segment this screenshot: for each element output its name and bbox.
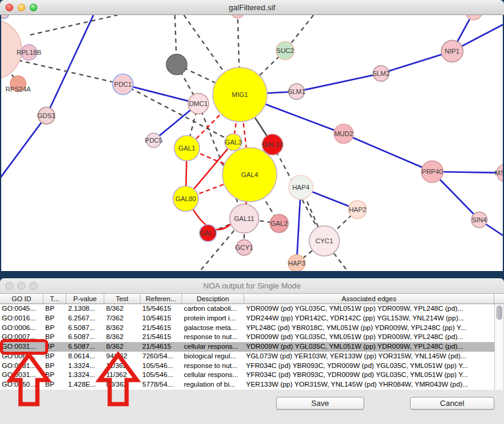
column-header-go_id[interactable]: GO ID — [0, 294, 43, 304]
network-node[interactable] — [166, 54, 187, 75]
noa-output-window: NOA output for Single Mode GO IDT...P-va… — [0, 278, 504, 424]
node-label: GAL3 — [225, 139, 242, 146]
column-header-test[interactable]: Test — [104, 294, 140, 304]
cell-test: 8/362 — [104, 304, 140, 314]
table-scrollbar[interactable] — [494, 304, 503, 390]
node-label: GAL4 — [241, 171, 258, 178]
network-node[interactable] — [465, 15, 482, 20]
table-body: GO:0045...BP2.1308...8/36215/54615carbon… — [0, 304, 494, 390]
node-label: GAL2 — [271, 220, 288, 227]
cell-description: galactose meta... — [182, 323, 244, 333]
cell-reference: 21/54615 — [140, 332, 182, 342]
node-label: MSN — [495, 169, 503, 176]
node-label: SLM2 — [373, 70, 390, 77]
node-label: CYC1 — [315, 237, 333, 245]
column-header-p_value[interactable]: P-value — [66, 294, 104, 304]
cell-p_value: 6.2567... — [66, 314, 104, 323]
cell-type: BP — [43, 304, 66, 314]
node-label: HAP2 — [349, 206, 367, 213]
cell-go_id: GO:0006... — [0, 323, 43, 333]
node-label: GDS1 — [37, 112, 55, 119]
network-edge[interactable] — [344, 134, 432, 172]
cell-go_id: GO:0007... — [0, 332, 43, 342]
cell-description: regulation of bi... — [182, 380, 244, 390]
network-node[interactable] — [1, 15, 9, 19]
table-row[interactable]: GO:0016...BP6.2567...7/36210/54615protei… — [0, 314, 494, 323]
network-canvas[interactable]: RPL18BRPS24AGDS1PDC1DMC1MIG1SUC2SLM1SLM2… — [1, 15, 503, 271]
column-header-edges[interactable]: Associated edges — [244, 294, 494, 304]
cell-description: carbon cataboli... — [182, 304, 244, 314]
cell-edges: YFR034C (pd) YBR093C, YDR009W (pd) YGL03… — [244, 361, 494, 371]
node-label: NIP1 — [445, 48, 459, 55]
node-label: GAL1 — [178, 145, 195, 152]
cell-reference: 105/546... — [140, 370, 182, 380]
table-header: GO IDT...P-valueTestReferen...Desciption… — [0, 294, 504, 304]
scrollbar-thumb[interactable] — [496, 305, 502, 320]
cell-description: protein import i... — [182, 314, 244, 323]
cell-type: BP — [43, 370, 66, 380]
network-window-titlebar[interactable]: galFiltered.sif — [0, 0, 504, 15]
network-node[interactable] — [231, 15, 244, 18]
node-label: HAP3 — [288, 260, 306, 267]
node-label: MIG1 — [232, 91, 248, 98]
node-label: PRP40 — [422, 168, 443, 175]
noa-window-title: NOA output for Single Mode — [0, 278, 504, 294]
table-row[interactable]: GO:0031...BP1.3324...11/362105/546...res… — [0, 361, 494, 371]
network-edge[interactable] — [123, 84, 198, 104]
cancel-button[interactable]: Cancel — [410, 397, 494, 410]
node-label: SUC2 — [276, 47, 294, 54]
node-label: GAL80 — [175, 195, 196, 202]
cell-test: 8/362 — [104, 332, 140, 342]
node-label: RPL18B — [17, 49, 42, 56]
cell-type: BP — [43, 342, 66, 352]
node-label: PDC5 — [145, 137, 162, 144]
node-label: GCY1 — [235, 244, 253, 251]
node-label: SLM1 — [288, 88, 306, 95]
cell-test: 80/362 — [104, 380, 140, 390]
cell-go_id: GO:0031... — [0, 361, 43, 371]
node-label: DMC1 — [189, 100, 207, 107]
table-row[interactable]: GO:0050...BP1.428E...80/3625778/54...reg… — [0, 380, 494, 390]
node-label: SIN4 — [472, 216, 487, 223]
cell-p_value: 1.3324... — [66, 361, 104, 371]
cell-type: BP — [43, 361, 66, 371]
save-button[interactable]: Save — [276, 397, 364, 410]
node-label: RPS24A — [5, 86, 31, 93]
cell-edges: YFR034C (pd) YBR093C, YDR009W (pd) YGL03… — [244, 370, 494, 380]
column-header-type[interactable]: T... — [43, 294, 66, 304]
cell-go_id: GO:0050... — [0, 380, 43, 390]
table-row[interactable]: GO:0045...BP2.1308...8/36215/54615carbon… — [0, 304, 494, 314]
table-row[interactable]: GO:0065...BP8.0614...94/3627260/54...bio… — [0, 352, 494, 361]
cell-test: 8/362 — [104, 323, 140, 333]
cell-edges: YDR009W (pd) YGL035C, YML051W (pp) YDR00… — [244, 332, 494, 342]
cell-reference: 21/54615 — [140, 323, 182, 333]
cell-type: BP — [43, 332, 66, 342]
cell-type: BP — [43, 323, 66, 333]
cell-test: 11/362 — [104, 370, 140, 380]
node-label: GAL10 — [262, 141, 283, 148]
network-edge[interactable] — [297, 73, 381, 92]
network-edge[interactable] — [30, 15, 118, 35]
cell-edges: YER133W (pp) YOR315W, YNL145W (pd) YHR08… — [244, 380, 494, 390]
table-row[interactable]: GO:0007...BP6.5087...8/36221/54615respon… — [0, 332, 494, 342]
column-header-reference[interactable]: Referen... — [140, 294, 182, 304]
cell-go_id: GO:0031... — [0, 370, 43, 380]
cell-description: response to nut... — [182, 332, 244, 342]
cell-edges: YGL073W (pd) YER103W, YER133W (pp) YOR31… — [244, 352, 494, 361]
button-bar: Save Cancel — [0, 390, 504, 424]
cell-go_id: GO:0065... — [0, 352, 43, 361]
node-label: GAL7 — [200, 229, 216, 237]
network-edge[interactable] — [1, 116, 46, 178]
table-row[interactable]: GO:0031...BP1.3324...11/362105/546...cel… — [0, 370, 494, 380]
network-window: galFiltered.sif RPL18BRPS24AGDS1PDC1DMC1… — [0, 0, 504, 271]
cell-reference: 7260/54... — [140, 352, 182, 361]
column-header-description[interactable]: Desciption — [182, 294, 244, 304]
table-row[interactable]: GO:0006...BP6.5087...8/36221/54615galact… — [0, 323, 494, 333]
table-row[interactable]: GO:0031...BP6.5087...8/36221/54615cellul… — [0, 342, 494, 352]
noa-window-titlebar[interactable]: NOA output for Single Mode — [0, 278, 504, 294]
cell-p_value: 6.5087... — [66, 332, 104, 342]
cell-type: BP — [43, 352, 66, 361]
cell-edges: YDR244W (pp) YDR142C, YDR142C (pp) YGL15… — [244, 314, 494, 323]
cell-test: 94/362 — [104, 352, 140, 361]
cell-type: BP — [43, 380, 66, 390]
